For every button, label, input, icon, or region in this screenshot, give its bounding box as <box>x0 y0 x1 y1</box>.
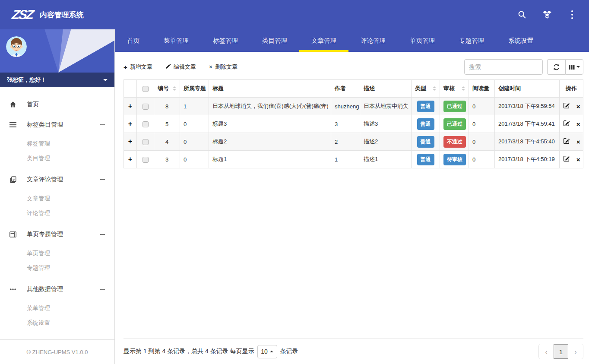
table-toolbar: + 新增文章 编辑文章 × 删除文章 <box>124 59 583 75</box>
col-id[interactable]: 编号 <box>154 80 180 98</box>
sidebar-item-home[interactable]: 首页 <box>0 94 114 114</box>
edit-article-button[interactable]: 编辑文章 <box>165 63 196 71</box>
row-checkbox[interactable] <box>142 139 149 145</box>
col-desc: 描述 <box>360 80 412 98</box>
audit-badge: 不通过 <box>443 136 466 148</box>
article-table-container: 编号 所属专题 标题 作者 描述 类型 审核 阅读量 创建时间 操作 <box>124 79 583 339</box>
type-badge: 普通 <box>417 136 434 148</box>
next-page-button[interactable]: › <box>568 344 583 359</box>
expand-row-icon[interactable]: + <box>128 120 132 127</box>
avatar[interactable] <box>6 36 27 57</box>
cell-reads: 0 <box>469 115 495 133</box>
cell-title: 日本从地球消失，我们倍(喜)感(大)心(普)痛(奔) <box>209 98 331 115</box>
delete-row-button[interactable]: × <box>576 138 580 146</box>
sidebar-item-article-manage[interactable]: 文章管理 <box>0 191 114 206</box>
row-checkbox[interactable] <box>142 104 149 110</box>
kebab-menu-icon[interactable] <box>567 10 577 19</box>
delete-row-button[interactable]: × <box>576 120 580 128</box>
sort-icon <box>433 86 436 91</box>
list-icon <box>10 122 18 128</box>
search-icon[interactable] <box>517 10 527 19</box>
tab-category-manage[interactable]: 类目管理 <box>250 29 299 52</box>
sidebar-item-comment-manage[interactable]: 评论管理 <box>0 206 114 221</box>
tab-system-settings[interactable]: 系统设置 <box>496 29 545 52</box>
tab-tag-manage[interactable]: 标签管理 <box>201 29 250 52</box>
cell-title: 标题3 <box>209 115 331 133</box>
audit-badge: 已通过 <box>443 118 466 130</box>
row-checkbox[interactable] <box>142 157 149 163</box>
sidebar-item-label: 其他数据管理 <box>27 285 63 293</box>
cell-author: 1 <box>331 151 360 168</box>
col-audit[interactable]: 审核 <box>440 80 469 98</box>
col-type[interactable]: 类型 <box>412 80 440 98</box>
tab-article-manage[interactable]: 文章管理 <box>299 29 348 52</box>
sidebar-item-category-manage[interactable]: 类目管理 <box>0 151 114 166</box>
delete-article-button[interactable]: × 删除文章 <box>209 63 238 71</box>
cell-desc: 描述2 <box>360 133 412 151</box>
sidebar-item-system-settings[interactable]: 系统设置 <box>0 316 114 330</box>
collapse-minus-icon[interactable] <box>100 124 105 125</box>
edit-row-button[interactable] <box>563 138 570 146</box>
expand-row-icon[interactable]: + <box>128 102 132 110</box>
sidebar-item-label: 标签类目管理 <box>27 121 63 129</box>
sidebar-footer: © ZHENG-UPMS V1.0.0 <box>0 339 114 364</box>
refresh-button[interactable] <box>547 59 565 75</box>
expand-row-icon[interactable]: + <box>128 155 132 163</box>
app-title: 内容管理系统 <box>40 10 84 20</box>
col-author: 作者 <box>331 80 360 98</box>
ellipsis-icon <box>10 288 18 291</box>
cell-desc: 描述3 <box>360 115 412 133</box>
edit-row-button[interactable] <box>563 102 570 110</box>
edit-row-button[interactable] <box>563 120 570 128</box>
delete-row-button[interactable]: × <box>576 156 580 163</box>
row-checkbox[interactable] <box>142 121 149 127</box>
cell-id: 3 <box>154 151 180 168</box>
col-topic: 所属专题 <box>180 80 209 98</box>
columns-button[interactable] <box>565 59 583 75</box>
table-row: + 8 1 日本从地球消失，我们倍(喜)感(大)心(普)痛(奔) shuzhen… <box>124 98 583 115</box>
cell-desc: 描述1 <box>360 151 412 168</box>
sidebar-item-topic-manage[interactable]: 专题管理 <box>0 261 114 275</box>
user-menu[interactable]: 张恕征，您好！ <box>0 73 114 87</box>
cell-title: 标题1 <box>209 151 331 168</box>
audit-badge: 已通过 <box>443 101 466 112</box>
plus-icon: + <box>124 63 127 71</box>
page-1-button[interactable]: 1 <box>554 344 568 359</box>
pager: ‹ 1 › <box>538 344 583 359</box>
tab-topic-manage[interactable]: 专题管理 <box>447 29 496 52</box>
edit-row-button[interactable] <box>563 155 570 163</box>
delete-row-button[interactable]: × <box>576 103 580 110</box>
page-size-dropdown[interactable]: 10 <box>257 345 277 358</box>
collapse-minus-icon[interactable] <box>100 179 105 180</box>
type-badge: 普通 <box>417 101 434 112</box>
sidebar-item-page-manage[interactable]: 单页管理 <box>0 246 114 261</box>
cell-id: 4 <box>154 133 180 151</box>
sidebar-item-menu-manage[interactable]: 菜单管理 <box>0 301 114 316</box>
tab-page-manage[interactable]: 单页管理 <box>398 29 447 52</box>
expand-row-icon[interactable]: + <box>128 138 132 145</box>
tab-menu-manage[interactable]: 菜单管理 <box>152 29 201 52</box>
col-expand <box>124 80 137 98</box>
sidebar-item-tag-manage[interactable]: 标签管理 <box>0 136 114 151</box>
sort-icon <box>462 86 465 91</box>
select-all-checkbox[interactable] <box>142 86 149 92</box>
cell-reads: 0 <box>469 133 495 151</box>
tab-home[interactable]: 首页 <box>115 29 152 52</box>
prev-page-button[interactable]: ‹ <box>539 344 554 359</box>
pagination-bar: 显示第 1 到第 4 条记录，总共 4 条记录 每页显示 10 条记录 ‹ 1 … <box>124 339 583 364</box>
sidebar-item-tag-category[interactable]: 标签类目管理 <box>0 114 114 135</box>
collapse-minus-icon[interactable] <box>100 289 105 290</box>
cell-created: 2017/3/18 下午4:55:40 <box>495 133 560 151</box>
chevron-up-icon <box>270 351 273 352</box>
sidebar-item-page-topic[interactable]: 单页专题管理 <box>0 224 114 244</box>
collapse-minus-icon[interactable] <box>100 234 105 235</box>
add-article-button[interactable]: + 新增文章 <box>124 63 152 71</box>
tab-comment-manage[interactable]: 评论管理 <box>348 29 398 52</box>
col-title: 标题 <box>209 80 331 98</box>
dropbox-icon[interactable] <box>542 10 552 19</box>
sidebar-item-article-comment[interactable]: 文章评论管理 <box>0 169 114 190</box>
sidebar-hero <box>0 29 114 73</box>
search-input[interactable] <box>464 59 543 75</box>
records-summary: 显示第 1 到第 4 条记录，总共 4 条记录 每页显示 <box>124 348 254 355</box>
sidebar-item-other-data[interactable]: 其他数据管理 <box>0 279 114 299</box>
